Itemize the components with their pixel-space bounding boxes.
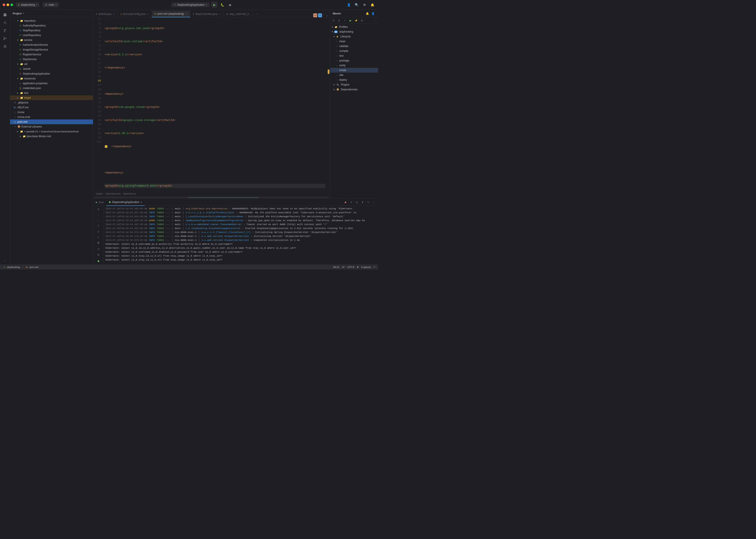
- maven-item-dependencies[interactable]: ▶ 📦 Dependencies: [330, 87, 378, 92]
- tree-item-credentials[interactable]: {} credentials.json: [10, 86, 93, 91]
- stop-process-icon[interactable]: ■: [343, 200, 348, 205]
- status-expand-icon[interactable]: ⤢: [373, 266, 375, 269]
- tree-item-javabase[interactable]: ▶ 📁 java.base library root: [10, 134, 93, 139]
- maven-item-verify[interactable]: ○ verify: [330, 63, 378, 68]
- tab-close-icon[interactable]: ×: [113, 13, 115, 16]
- maven-lifecycle-icon[interactable]: ⚡: [354, 18, 358, 23]
- breadcrumb-item[interactable]: dependency: [123, 192, 136, 195]
- code-editor[interactable]: 72 73 74 75 76 77 78 79 80 81 82 83 84 8…: [93, 18, 330, 191]
- branch-selector[interactable]: ⎇ main ▾: [42, 2, 59, 7]
- sidebar-icon-git[interactable]: [2, 27, 9, 34]
- sidebar-icon-plugins[interactable]: [2, 43, 9, 50]
- breadcrumb-item[interactable]: dependencies: [106, 192, 121, 195]
- tab-more[interactable]: ⋯: [254, 11, 260, 17]
- maven-avatar-icon[interactable]: 👤: [371, 11, 375, 16]
- breadcrumb-item[interactable]: project: [96, 192, 103, 195]
- tree-item-target[interactable]: ▶ 📁 target: [10, 95, 93, 100]
- tree-item-app-properties[interactable]: ≡ application.properties: [10, 81, 93, 86]
- clock-icon[interactable]: ⏱: [96, 247, 101, 252]
- tab-stayreserved[interactable]: ⊞ stay_reserved_d...: [224, 11, 254, 17]
- sidebar-icon-search[interactable]: [2, 19, 9, 26]
- tree-item-resources[interactable]: ▾ 📁 resources: [10, 76, 93, 81]
- maven-item-profiles[interactable]: ▶ 📁 Profiles: [330, 25, 378, 29]
- horizontal-scrollbar[interactable]: [93, 196, 330, 198]
- tree-item-pomxml[interactable]: m pom.xml: [10, 119, 93, 124]
- tree-item-register-service[interactable]: © RegisterService: [10, 52, 93, 57]
- tree-item-authority-repo[interactable]: © AuthorityRepository: [10, 23, 93, 28]
- tree-item-gitignore[interactable]: 👁 .gitignore: [10, 100, 93, 105]
- maven-item-deploy[interactable]: ○ deploy: [330, 77, 378, 82]
- filter-icon[interactable]: ▽: [366, 200, 371, 205]
- tree-item-external-libs[interactable]: ▾ 📦 External Libraries: [10, 124, 93, 129]
- maven-item-lifecycle[interactable]: ▾ ⚡ Lifecycle: [330, 34, 378, 39]
- wrap-icon[interactable]: ↵: [96, 235, 101, 240]
- debug-button[interactable]: 🐛: [219, 2, 225, 8]
- run-config-selector[interactable]: ⚙ StaybookingApplication ▾: [171, 2, 209, 7]
- search-button[interactable]: 🔍: [353, 2, 360, 8]
- bottom-tab-app[interactable]: StaybookingApplication ×: [106, 199, 145, 206]
- maven-item-staybooking[interactable]: ▾ m staybooking: [330, 29, 378, 34]
- sidebar-icon-more[interactable]: ···: [2, 257, 9, 264]
- maven-add-icon[interactable]: +: [342, 18, 347, 23]
- maven-item-validate[interactable]: ○ validate: [330, 44, 378, 48]
- tree-item-staybooking-app[interactable]: © StaybookingApplication: [10, 71, 93, 76]
- maven-run-icon[interactable]: ▶: [348, 18, 353, 23]
- tab-close-icon[interactable]: ×: [218, 13, 221, 16]
- tab-securityconfig[interactable]: J SecurityConfig.java ×: [118, 11, 152, 17]
- tree-item-jwt-util[interactable]: © JwtUtil: [10, 66, 93, 71]
- tree-item-util[interactable]: ▾ 📁 util: [10, 62, 93, 66]
- tree-item-service[interactable]: ▾ 📁 service: [10, 38, 93, 42]
- maven-item-install[interactable]: ○ install: [330, 68, 378, 73]
- tree-item-image-service[interactable]: © ImageStorageService: [10, 47, 93, 52]
- maven-refresh-icon[interactable]: ↺: [331, 18, 336, 23]
- run-button[interactable]: ▶: [211, 2, 217, 8]
- bottom-tab-run[interactable]: ▶ Run: [93, 199, 106, 206]
- maven-notifications-icon[interactable]: 🔔: [365, 11, 370, 16]
- settings-button[interactable]: ⚙: [361, 2, 367, 8]
- sidebar-icon-project[interactable]: [2, 11, 9, 18]
- tree-item-stay-service[interactable]: © StayService: [10, 57, 93, 62]
- notifications-button[interactable]: 🔔: [369, 2, 375, 8]
- maven-item-compile[interactable]: ○ compile: [330, 48, 378, 53]
- more-options-icon[interactable]: ⋮: [371, 200, 376, 205]
- maven-item-test[interactable]: ○ test: [330, 53, 378, 58]
- tree-item-stay-repo[interactable]: © StayRepository: [10, 28, 93, 33]
- text-icon[interactable]: T: [96, 224, 101, 228]
- expand-all-icon[interactable]: ⌄: [326, 14, 328, 17]
- maven-settings-icon[interactable]: ⚙: [359, 18, 364, 23]
- minimize-button[interactable]: [7, 4, 9, 6]
- up-icon[interactable]: ↑: [96, 212, 101, 217]
- maven-item-clean[interactable]: ○ clean: [330, 39, 378, 44]
- tree-item-test[interactable]: ▶ 📁 test: [10, 91, 93, 95]
- close-button[interactable]: [3, 4, 5, 6]
- collapse-all-icon[interactable]: ⌃: [323, 14, 325, 17]
- console-icon[interactable]: ≡: [96, 207, 101, 211]
- tab-staycontroller[interactable]: J StayController.java ×: [190, 11, 224, 17]
- maven-download-icon[interactable]: ⬇: [337, 18, 341, 23]
- delete-icon[interactable]: 🗑: [96, 240, 101, 245]
- maven-item-site[interactable]: ○ site: [330, 73, 378, 77]
- tab-jwutil[interactable]: J JwtUtil.java ×: [93, 11, 118, 17]
- tree-item-mvnwcmd[interactable]: □ mvnw.cmd: [10, 115, 93, 119]
- tree-item-repository[interactable]: ▾ 📁 repository: [10, 18, 93, 23]
- tree-item-helpmd[interactable]: M↓ HELP.md: [10, 105, 93, 110]
- rerun-icon[interactable]: ↺: [349, 200, 353, 205]
- down-icon[interactable]: ↓: [96, 218, 101, 223]
- maven-item-package[interactable]: ○ package: [330, 58, 378, 63]
- settings2-icon[interactable]: ⚙: [96, 253, 101, 258]
- maven-item-plugins[interactable]: ▶ 🔌 Plugins: [330, 82, 378, 87]
- list-icon[interactable]: ≡: [96, 229, 101, 234]
- clear-console-icon[interactable]: ⊘: [354, 200, 359, 205]
- maven-collapse-icon[interactable]: −: [372, 18, 377, 23]
- tree-item-mvnw[interactable]: □ mvnw: [10, 110, 93, 115]
- stop-button[interactable]: ◼: [227, 2, 233, 8]
- tab-close-icon[interactable]: ×: [141, 201, 142, 203]
- sidebar-icon-structure[interactable]: [2, 35, 9, 42]
- tree-item-auth-service[interactable]: © AuthenticationService: [10, 42, 93, 47]
- tree-item-user-repo[interactable]: © UserRepository: [10, 33, 93, 38]
- tab-close-icon[interactable]: ×: [147, 13, 149, 16]
- tree-item-openjdk[interactable]: ▶ 📁 < openjdk-21 > /Users/eve/Library/Ja…: [10, 129, 93, 134]
- scroll-end-icon[interactable]: ⬇: [360, 200, 365, 205]
- tab-close-icon[interactable]: ×: [185, 12, 188, 16]
- project-selector[interactable]: S staybooking ▾: [16, 2, 39, 7]
